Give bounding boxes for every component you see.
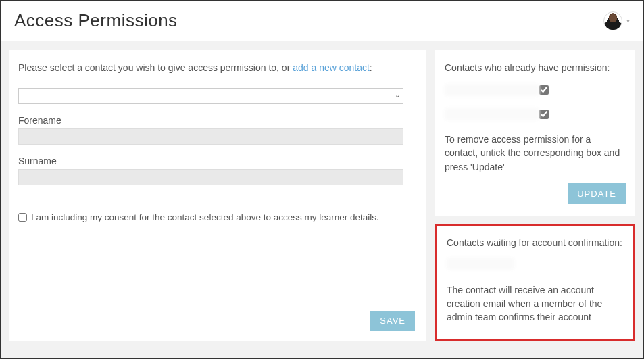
existing-permissions-heading: Contacts who already have permission:	[445, 62, 626, 73]
permission-row	[445, 108, 626, 120]
contact-select-wrap: ⌄	[18, 88, 416, 104]
update-button[interactable]: UPDATE	[568, 183, 626, 204]
forename-label: Forename	[18, 115, 416, 126]
intro-prefix: Please select a contact you wish to give…	[18, 62, 293, 73]
permission-row	[445, 84, 626, 96]
avatar-icon	[603, 11, 622, 30]
grant-access-panel: Please select a contact you wish to give…	[9, 50, 426, 341]
intro-suffix: :	[370, 62, 372, 73]
content-area: Please select a contact you wish to give…	[1, 41, 643, 359]
permission-checkbox[interactable]	[539, 85, 549, 95]
contact-select[interactable]	[18, 88, 403, 104]
intro-text: Please select a contact you wish to give…	[18, 62, 416, 73]
save-button[interactable]: SAVE	[370, 311, 415, 331]
chevron-down-icon: ▾	[626, 17, 630, 24]
user-menu[interactable]: ▾	[603, 11, 630, 30]
surname-label: Surname	[18, 155, 416, 166]
permission-checkbox[interactable]	[539, 110, 549, 119]
remove-instructions: To remove access permission for a contac…	[445, 133, 626, 174]
contact-name-redacted	[445, 108, 539, 120]
page-header: Access Permissions ▾	[1, 1, 643, 41]
consent-text: I am including my consent for the contac…	[31, 212, 379, 222]
contact-name-redacted	[445, 84, 539, 96]
consent-checkbox[interactable]	[18, 213, 27, 222]
waiting-heading: Contacts waiting for account confirmatio…	[447, 237, 624, 248]
forename-input[interactable]	[18, 128, 403, 145]
consent-row: I am including my consent for the contac…	[18, 212, 416, 222]
add-new-contact-link[interactable]: add a new contact	[293, 62, 370, 73]
existing-permissions-panel: Contacts who already have permission: To…	[435, 50, 635, 216]
page-title: Access Permissions	[14, 10, 178, 31]
waiting-info-text: The contact will receive an account crea…	[447, 283, 624, 325]
waiting-confirmation-panel: Contacts waiting for account confirmatio…	[435, 224, 635, 341]
pending-contact-name-redacted	[447, 258, 514, 270]
surname-input[interactable]	[18, 169, 403, 185]
